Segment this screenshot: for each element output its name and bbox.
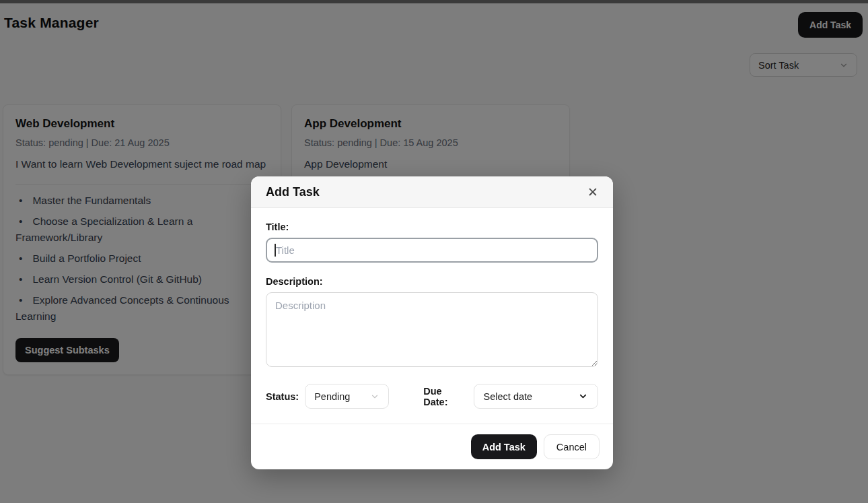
modal-add-task-button[interactable]: Add Task — [471, 434, 537, 459]
modal-footer: Add Task Cancel — [251, 424, 613, 469]
chevron-down-icon — [578, 391, 588, 401]
title-input[interactable] — [266, 238, 598, 263]
add-task-modal: Add Task ✕ Title: Description: Status: P… — [251, 176, 613, 469]
due-date-value: Select date — [484, 391, 533, 402]
description-textarea[interactable] — [266, 292, 598, 367]
modal-header: Add Task ✕ — [251, 176, 613, 208]
status-label: Status: — [266, 391, 299, 402]
status-selected-value: Pending — [314, 391, 350, 402]
close-icon[interactable]: ✕ — [587, 186, 598, 199]
chevron-down-icon — [370, 392, 379, 401]
modal-title: Add Task — [266, 185, 320, 199]
due-date-label: Due Date: — [423, 386, 467, 407]
due-date-picker[interactable]: Select date — [474, 384, 598, 409]
status-select[interactable]: Pending — [305, 384, 389, 409]
description-field: Description: — [266, 276, 598, 370]
due-date-group: Due Date: Select date — [423, 384, 598, 409]
modal-cancel-button[interactable]: Cancel — [544, 434, 600, 459]
window-top-edge — [0, 0, 868, 3]
title-input-wrap — [266, 238, 598, 263]
status-due-row: Status: Pending Due Date: Select date — [266, 384, 598, 409]
description-field-label: Description: — [266, 276, 598, 287]
text-caret — [275, 244, 276, 257]
title-field-label: Title: — [266, 222, 598, 232]
modal-body: Title: Description: Status: Pending Due … — [251, 208, 613, 424]
